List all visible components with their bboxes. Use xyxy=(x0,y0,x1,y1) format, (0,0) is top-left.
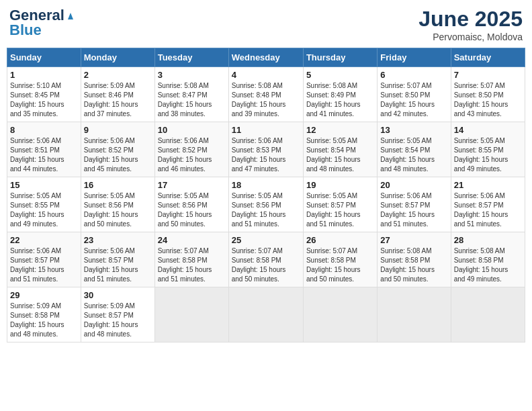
day-number: 10 xyxy=(158,125,226,135)
table-row: 24 Sunrise: 5:07 AM Sunset: 8:58 PM Dayl… xyxy=(154,232,228,287)
calendar-week-1: 1 Sunrise: 5:10 AM Sunset: 8:45 PM Dayli… xyxy=(7,67,525,122)
table-row: 11 Sunrise: 5:06 AM Sunset: 8:53 PM Dayl… xyxy=(228,122,303,177)
col-monday: Monday xyxy=(81,48,154,67)
day-info: Sunrise: 5:06 AM Sunset: 8:57 PM Dayligh… xyxy=(454,191,522,229)
day-info: Sunrise: 5:06 AM Sunset: 8:57 PM Dayligh… xyxy=(84,246,152,284)
day-number: 19 xyxy=(306,180,374,190)
day-info: Sunrise: 5:07 AM Sunset: 8:58 PM Dayligh… xyxy=(158,246,226,284)
day-info: Sunrise: 5:10 AM Sunset: 8:45 PM Dayligh… xyxy=(10,81,78,119)
table-row xyxy=(303,287,377,342)
table-row: 1 Sunrise: 5:10 AM Sunset: 8:45 PM Dayli… xyxy=(7,67,81,122)
day-number: 20 xyxy=(380,180,447,190)
day-number: 17 xyxy=(158,180,226,190)
table-row: 2 Sunrise: 5:09 AM Sunset: 8:46 PM Dayli… xyxy=(81,67,154,122)
day-info: Sunrise: 5:08 AM Sunset: 8:49 PM Dayligh… xyxy=(306,81,374,119)
day-info: Sunrise: 5:08 AM Sunset: 8:47 PM Dayligh… xyxy=(158,81,226,119)
calendar-week-4: 22 Sunrise: 5:06 AM Sunset: 8:57 PM Dayl… xyxy=(7,232,525,287)
day-info: Sunrise: 5:09 AM Sunset: 8:58 PM Dayligh… xyxy=(10,302,78,339)
table-row: 5 Sunrise: 5:08 AM Sunset: 8:49 PM Dayli… xyxy=(303,67,377,122)
day-info: Sunrise: 5:05 AM Sunset: 8:55 PM Dayligh… xyxy=(10,191,78,229)
table-row: 7 Sunrise: 5:07 AM Sunset: 8:50 PM Dayli… xyxy=(451,67,525,122)
day-number: 30 xyxy=(84,290,152,300)
calendar-table: Sunday Monday Tuesday Wednesday Thursday… xyxy=(7,48,525,342)
calendar-week-5: 29 Sunrise: 5:09 AM Sunset: 8:58 PM Dayl… xyxy=(7,287,525,342)
logo-triangle-icon xyxy=(65,10,76,21)
col-sunday: Sunday xyxy=(7,48,81,67)
table-row: 19 Sunrise: 5:05 AM Sunset: 8:57 PM Dayl… xyxy=(303,177,377,232)
table-row xyxy=(228,287,303,342)
day-info: Sunrise: 5:05 AM Sunset: 8:57 PM Dayligh… xyxy=(306,191,374,229)
table-row: 12 Sunrise: 5:05 AM Sunset: 8:54 PM Dayl… xyxy=(303,122,377,177)
day-number: 8 xyxy=(10,125,78,135)
table-row: 29 Sunrise: 5:09 AM Sunset: 8:58 PM Dayl… xyxy=(7,287,81,342)
table-row: 10 Sunrise: 5:06 AM Sunset: 8:52 PM Dayl… xyxy=(154,122,228,177)
table-row: 18 Sunrise: 5:05 AM Sunset: 8:56 PM Dayl… xyxy=(228,177,303,232)
day-number: 11 xyxy=(232,125,300,135)
day-number: 25 xyxy=(232,235,300,245)
day-number: 28 xyxy=(454,235,522,245)
day-info: Sunrise: 5:05 AM Sunset: 8:56 PM Dayligh… xyxy=(84,191,152,229)
day-number: 22 xyxy=(10,235,78,245)
day-info: Sunrise: 5:07 AM Sunset: 8:50 PM Dayligh… xyxy=(380,81,447,119)
day-number: 1 xyxy=(10,70,78,80)
table-row: 8 Sunrise: 5:06 AM Sunset: 8:51 PM Dayli… xyxy=(7,122,81,177)
day-info: Sunrise: 5:06 AM Sunset: 8:52 PM Dayligh… xyxy=(158,136,226,174)
table-row: 23 Sunrise: 5:06 AM Sunset: 8:57 PM Dayl… xyxy=(81,232,154,287)
col-friday: Friday xyxy=(378,48,451,67)
day-info: Sunrise: 5:08 AM Sunset: 8:58 PM Dayligh… xyxy=(454,246,522,284)
day-number: 16 xyxy=(84,180,152,190)
page-header: General Blue June 2025 Pervomaisc, Moldo… xyxy=(7,7,525,42)
day-info: Sunrise: 5:05 AM Sunset: 8:56 PM Dayligh… xyxy=(158,191,226,229)
table-row: 4 Sunrise: 5:08 AM Sunset: 8:48 PM Dayli… xyxy=(228,67,303,122)
day-number: 7 xyxy=(454,70,522,80)
day-number: 14 xyxy=(454,125,522,135)
day-number: 23 xyxy=(84,235,152,245)
table-row: 26 Sunrise: 5:07 AM Sunset: 8:58 PM Dayl… xyxy=(303,232,377,287)
table-row xyxy=(378,287,451,342)
table-row: 25 Sunrise: 5:07 AM Sunset: 8:58 PM Dayl… xyxy=(228,232,303,287)
table-row: 15 Sunrise: 5:05 AM Sunset: 8:55 PM Dayl… xyxy=(7,177,81,232)
table-row: 9 Sunrise: 5:06 AM Sunset: 8:52 PM Dayli… xyxy=(81,122,154,177)
day-number: 2 xyxy=(84,70,152,80)
table-row: 6 Sunrise: 5:07 AM Sunset: 8:50 PM Dayli… xyxy=(378,67,451,122)
day-info: Sunrise: 5:05 AM Sunset: 8:56 PM Dayligh… xyxy=(232,191,300,229)
col-saturday: Saturday xyxy=(451,48,525,67)
day-info: Sunrise: 5:09 AM Sunset: 8:46 PM Dayligh… xyxy=(84,81,152,119)
day-info: Sunrise: 5:06 AM Sunset: 8:52 PM Dayligh… xyxy=(84,136,152,174)
calendar-week-3: 15 Sunrise: 5:05 AM Sunset: 8:55 PM Dayl… xyxy=(7,177,525,232)
day-number: 9 xyxy=(84,125,152,135)
svg-marker-0 xyxy=(68,13,73,19)
day-info: Sunrise: 5:06 AM Sunset: 8:57 PM Dayligh… xyxy=(10,246,78,284)
calendar-header-row: Sunday Monday Tuesday Wednesday Thursday… xyxy=(7,48,525,67)
day-info: Sunrise: 5:08 AM Sunset: 8:48 PM Dayligh… xyxy=(232,81,300,119)
day-info: Sunrise: 5:08 AM Sunset: 8:58 PM Dayligh… xyxy=(380,246,447,284)
table-row: 20 Sunrise: 5:06 AM Sunset: 8:57 PM Dayl… xyxy=(378,177,451,232)
day-info: Sunrise: 5:05 AM Sunset: 8:54 PM Dayligh… xyxy=(380,136,447,174)
day-number: 13 xyxy=(380,125,447,135)
logo-blue: Blue xyxy=(9,21,42,39)
day-number: 27 xyxy=(380,235,447,245)
table-row xyxy=(451,287,525,342)
logo: General Blue xyxy=(9,7,77,39)
location: Pervomaisc, Moldova xyxy=(418,32,523,42)
calendar-week-2: 8 Sunrise: 5:06 AM Sunset: 8:51 PM Dayli… xyxy=(7,122,525,177)
day-info: Sunrise: 5:05 AM Sunset: 8:54 PM Dayligh… xyxy=(306,136,374,174)
day-number: 15 xyxy=(10,180,78,190)
table-row: 21 Sunrise: 5:06 AM Sunset: 8:57 PM Dayl… xyxy=(451,177,525,232)
table-row: 14 Sunrise: 5:05 AM Sunset: 8:55 PM Dayl… xyxy=(451,122,525,177)
day-number: 3 xyxy=(158,70,226,80)
col-wednesday: Wednesday xyxy=(228,48,303,67)
day-number: 6 xyxy=(380,70,447,80)
table-row: 22 Sunrise: 5:06 AM Sunset: 8:57 PM Dayl… xyxy=(7,232,81,287)
table-row: 13 Sunrise: 5:05 AM Sunset: 8:54 PM Dayl… xyxy=(378,122,451,177)
day-number: 29 xyxy=(10,290,78,300)
table-row: 3 Sunrise: 5:08 AM Sunset: 8:47 PM Dayli… xyxy=(154,67,228,122)
day-info: Sunrise: 5:07 AM Sunset: 8:58 PM Dayligh… xyxy=(232,246,300,284)
day-number: 5 xyxy=(306,70,374,80)
month-title: June 2025 xyxy=(418,7,523,32)
day-number: 4 xyxy=(232,70,300,80)
day-number: 21 xyxy=(454,180,522,190)
day-info: Sunrise: 5:05 AM Sunset: 8:55 PM Dayligh… xyxy=(454,136,522,174)
table-row: 30 Sunrise: 5:09 AM Sunset: 8:57 PM Dayl… xyxy=(81,287,154,342)
day-number: 26 xyxy=(306,235,374,245)
